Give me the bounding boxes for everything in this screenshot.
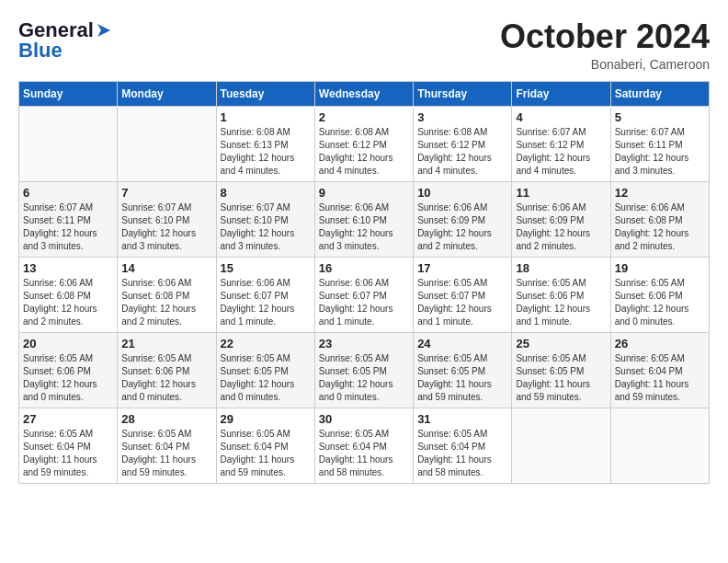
- day-info: Sunrise: 6:08 AMSunset: 6:13 PMDaylight:…: [221, 126, 311, 178]
- header-saturday: Saturday: [610, 81, 709, 106]
- calendar-table: Sunday Monday Tuesday Wednesday Thursday…: [18, 81, 710, 484]
- day-number: 7: [121, 186, 211, 200]
- day-info: Sunrise: 6:08 AMSunset: 6:12 PMDaylight:…: [417, 126, 507, 178]
- day-number: 10: [417, 186, 507, 200]
- table-row: 26Sunrise: 6:05 AMSunset: 6:04 PMDayligh…: [610, 332, 709, 408]
- header-tuesday: Tuesday: [216, 81, 314, 106]
- table-row: [512, 408, 610, 483]
- day-info: Sunrise: 6:06 AMSunset: 6:09 PMDaylight:…: [516, 201, 606, 253]
- table-row: 22Sunrise: 6:05 AMSunset: 6:05 PMDayligh…: [216, 332, 314, 408]
- table-row: [19, 106, 118, 181]
- day-info: Sunrise: 6:06 AMSunset: 6:09 PMDaylight:…: [417, 201, 507, 253]
- table-row: 11Sunrise: 6:06 AMSunset: 6:09 PMDayligh…: [512, 181, 610, 257]
- title-section: October 2024 Bonaberi, Cameroon: [500, 18, 710, 72]
- logo: General Blue: [18, 18, 114, 63]
- day-number: 11: [516, 186, 606, 200]
- day-number: 15: [221, 261, 311, 275]
- table-row: 5Sunrise: 6:07 AMSunset: 6:11 PMDaylight…: [610, 106, 709, 181]
- day-number: 24: [417, 337, 507, 350]
- table-row: 24Sunrise: 6:05 AMSunset: 6:05 PMDayligh…: [414, 332, 512, 408]
- table-row: 20Sunrise: 6:05 AMSunset: 6:06 PMDayligh…: [19, 332, 118, 408]
- day-info: Sunrise: 6:05 AMSunset: 6:06 PMDaylight:…: [23, 352, 113, 404]
- day-number: 23: [319, 337, 409, 350]
- table-row: 27Sunrise: 6:05 AMSunset: 6:04 PMDayligh…: [19, 408, 118, 483]
- day-number: 4: [516, 110, 606, 124]
- day-number: 31: [417, 412, 507, 426]
- table-row: [610, 408, 709, 483]
- header-monday: Monday: [118, 81, 216, 106]
- day-info: Sunrise: 6:05 AMSunset: 6:04 PMDaylight:…: [615, 352, 705, 404]
- day-number: 1: [221, 110, 311, 124]
- day-info: Sunrise: 6:05 AMSunset: 6:04 PMDaylight:…: [417, 428, 507, 479]
- day-info: Sunrise: 6:05 AMSunset: 6:06 PMDaylight:…: [516, 277, 606, 328]
- day-number: 17: [417, 261, 507, 275]
- day-number: 27: [23, 412, 113, 426]
- day-info: Sunrise: 6:05 AMSunset: 6:04 PMDaylight:…: [121, 428, 211, 479]
- table-row: [118, 106, 216, 181]
- location-subtitle: Bonaberi, Cameroon: [500, 57, 710, 72]
- day-info: Sunrise: 6:05 AMSunset: 6:05 PMDaylight:…: [417, 352, 507, 404]
- day-info: Sunrise: 6:05 AMSunset: 6:04 PMDaylight:…: [221, 428, 311, 479]
- day-number: 6: [23, 186, 113, 200]
- table-row: 14Sunrise: 6:06 AMSunset: 6:08 PMDayligh…: [118, 257, 216, 332]
- day-number: 16: [319, 261, 409, 275]
- day-number: 30: [319, 412, 409, 426]
- table-row: 30Sunrise: 6:05 AMSunset: 6:04 PMDayligh…: [314, 408, 413, 483]
- header-sunday: Sunday: [19, 81, 118, 106]
- table-row: 16Sunrise: 6:06 AMSunset: 6:07 PMDayligh…: [314, 257, 413, 332]
- day-info: Sunrise: 6:06 AMSunset: 6:08 PMDaylight:…: [615, 201, 705, 253]
- logo-text-blue: Blue: [18, 39, 63, 62]
- day-number: 20: [23, 337, 113, 350]
- table-row: 18Sunrise: 6:05 AMSunset: 6:06 PMDayligh…: [512, 257, 610, 332]
- day-info: Sunrise: 6:05 AMSunset: 6:05 PMDaylight:…: [516, 352, 606, 404]
- header-wednesday: Wednesday: [314, 81, 413, 106]
- table-row: 29Sunrise: 6:05 AMSunset: 6:04 PMDayligh…: [216, 408, 314, 483]
- table-row: 21Sunrise: 6:05 AMSunset: 6:06 PMDayligh…: [118, 332, 216, 408]
- table-row: 8Sunrise: 6:07 AMSunset: 6:10 PMDaylight…: [216, 181, 314, 257]
- day-number: 5: [615, 110, 705, 124]
- table-row: 10Sunrise: 6:06 AMSunset: 6:09 PMDayligh…: [414, 181, 512, 257]
- calendar-week-row: 1Sunrise: 6:08 AMSunset: 6:13 PMDaylight…: [19, 106, 710, 181]
- day-number: 2: [319, 110, 409, 124]
- day-info: Sunrise: 6:06 AMSunset: 6:08 PMDaylight:…: [121, 277, 211, 328]
- table-row: 6Sunrise: 6:07 AMSunset: 6:11 PMDaylight…: [19, 181, 118, 257]
- day-number: 3: [417, 110, 507, 124]
- day-number: 29: [221, 412, 311, 426]
- table-row: 25Sunrise: 6:05 AMSunset: 6:05 PMDayligh…: [512, 332, 610, 408]
- logo-arrow-icon: [96, 22, 112, 39]
- day-info: Sunrise: 6:06 AMSunset: 6:07 PMDaylight:…: [221, 277, 311, 328]
- day-number: 22: [221, 337, 311, 350]
- calendar-week-row: 20Sunrise: 6:05 AMSunset: 6:06 PMDayligh…: [19, 332, 710, 408]
- calendar-week-row: 13Sunrise: 6:06 AMSunset: 6:08 PMDayligh…: [19, 257, 710, 332]
- day-number: 18: [516, 261, 606, 275]
- table-row: 4Sunrise: 6:07 AMSunset: 6:12 PMDaylight…: [512, 106, 610, 181]
- day-info: Sunrise: 6:06 AMSunset: 6:07 PMDaylight:…: [319, 277, 409, 328]
- table-row: 31Sunrise: 6:05 AMSunset: 6:04 PMDayligh…: [414, 408, 512, 483]
- month-title: October 2024: [500, 18, 710, 55]
- day-number: 25: [516, 337, 606, 350]
- day-info: Sunrise: 6:06 AMSunset: 6:10 PMDaylight:…: [319, 201, 409, 253]
- table-row: 17Sunrise: 6:05 AMSunset: 6:07 PMDayligh…: [414, 257, 512, 332]
- header-friday: Friday: [512, 81, 610, 106]
- page-header: General Blue October 2024 Bonaberi, Came…: [18, 18, 710, 72]
- day-info: Sunrise: 6:07 AMSunset: 6:10 PMDaylight:…: [221, 201, 311, 253]
- table-row: 7Sunrise: 6:07 AMSunset: 6:10 PMDaylight…: [118, 181, 216, 257]
- day-info: Sunrise: 6:05 AMSunset: 6:07 PMDaylight:…: [417, 277, 507, 328]
- table-row: 28Sunrise: 6:05 AMSunset: 6:04 PMDayligh…: [118, 408, 216, 483]
- table-row: 1Sunrise: 6:08 AMSunset: 6:13 PMDaylight…: [216, 106, 314, 181]
- table-row: 19Sunrise: 6:05 AMSunset: 6:06 PMDayligh…: [610, 257, 709, 332]
- day-info: Sunrise: 6:05 AMSunset: 6:04 PMDaylight:…: [23, 428, 113, 479]
- table-row: 12Sunrise: 6:06 AMSunset: 6:08 PMDayligh…: [610, 181, 709, 257]
- day-number: 28: [121, 412, 211, 426]
- day-info: Sunrise: 6:05 AMSunset: 6:06 PMDaylight:…: [615, 277, 705, 328]
- day-info: Sunrise: 6:07 AMSunset: 6:10 PMDaylight:…: [121, 201, 211, 253]
- table-row: 9Sunrise: 6:06 AMSunset: 6:10 PMDaylight…: [314, 181, 413, 257]
- day-number: 19: [615, 261, 705, 275]
- day-number: 21: [121, 337, 211, 350]
- calendar-week-row: 27Sunrise: 6:05 AMSunset: 6:04 PMDayligh…: [19, 408, 710, 483]
- table-row: 23Sunrise: 6:05 AMSunset: 6:05 PMDayligh…: [314, 332, 413, 408]
- day-info: Sunrise: 6:05 AMSunset: 6:06 PMDaylight:…: [121, 352, 211, 404]
- day-info: Sunrise: 6:05 AMSunset: 6:04 PMDaylight:…: [319, 428, 409, 479]
- day-info: Sunrise: 6:07 AMSunset: 6:11 PMDaylight:…: [23, 201, 113, 253]
- calendar-header-row: Sunday Monday Tuesday Wednesday Thursday…: [19, 81, 710, 106]
